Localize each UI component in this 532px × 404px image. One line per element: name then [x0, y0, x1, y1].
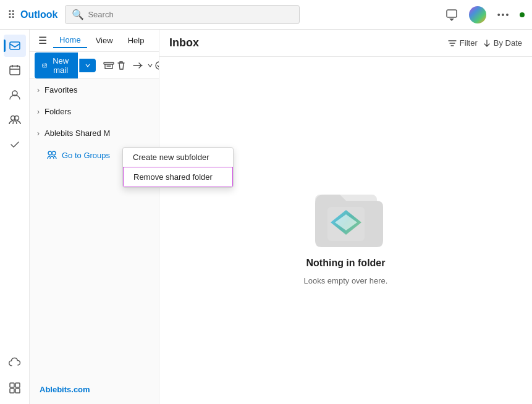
- menu-item-view[interactable]: View: [90, 33, 119, 48]
- copilot-logo: [469, 6, 486, 23]
- more-options-icon[interactable]: •••: [494, 5, 513, 25]
- chat-icon[interactable]: [442, 5, 462, 25]
- move-to-button[interactable]: [128, 56, 153, 75]
- new-mail-dropdown-button[interactable]: [79, 59, 96, 72]
- shared-chevron: ›: [37, 129, 40, 138]
- main-layout: ☰ Home View Help New mail: [0, 30, 532, 404]
- filter-button[interactable]: Filter: [447, 38, 478, 48]
- sidebar-item-people[interactable]: [4, 84, 26, 106]
- context-menu: Create new subfolder Remove shared folde…: [122, 147, 234, 188]
- title-bar-left: ⠿ Outlook: [7, 8, 57, 22]
- svg-rect-8: [10, 389, 14, 393]
- archive-button[interactable]: [103, 56, 114, 75]
- content-area: ☰ Home View Help New mail: [30, 30, 532, 404]
- new-mail-label: New mail: [51, 56, 70, 75]
- search-input[interactable]: [88, 10, 293, 19]
- svg-rect-2: [10, 66, 20, 75]
- groups-label: Go to Groups: [62, 151, 110, 160]
- nav-section-favorites: › Favorites: [30, 79, 159, 101]
- filter-label: Filter: [460, 38, 478, 48]
- svg-rect-11: [104, 62, 114, 64]
- shared-label: Ablebits Shared M: [44, 128, 110, 138]
- mail-view-header: Inbox Filter By Date: [159, 30, 532, 57]
- menu-bar: ☰ Home View Help: [30, 30, 159, 52]
- hamburger-icon[interactable]: ☰: [35, 32, 51, 49]
- mail-view: Inbox Filter By Date: [159, 30, 532, 404]
- nav-pane: ☰ Home View Help New mail: [30, 30, 159, 404]
- ellipsis-icon: •••: [497, 10, 510, 20]
- sidebar-item-todo[interactable]: [4, 133, 26, 156]
- menu-item-help[interactable]: Help: [122, 33, 151, 48]
- copilot-icon-btn[interactable]: [468, 5, 488, 25]
- nav-item-folders[interactable]: › Folders: [30, 103, 159, 120]
- nav-section-shared: › Ablebits Shared M: [30, 122, 159, 144]
- branding: Ablebits.com: [30, 375, 159, 404]
- app-title: Outlook: [20, 9, 57, 20]
- inbox-title: Inbox: [169, 36, 447, 49]
- rules-button[interactable]: [154, 56, 159, 75]
- empty-folder-icon: [309, 176, 383, 250]
- empty-state: Nothing in folder Looks empty over here.: [159, 57, 532, 404]
- title-bar-right: •••: [442, 5, 525, 25]
- svg-rect-6: [10, 383, 14, 387]
- svg-rect-9: [15, 389, 20, 393]
- nav-section-folders: › Folders: [30, 101, 159, 122]
- svg-point-18: [48, 151, 52, 155]
- svg-rect-0: [447, 10, 457, 17]
- svg-rect-7: [15, 383, 20, 387]
- new-mail-button[interactable]: New mail: [35, 53, 78, 78]
- sidebar-item-apps[interactable]: [4, 377, 26, 399]
- search-icon: 🔍: [72, 9, 84, 20]
- app-grid-icon[interactable]: ⠿: [7, 8, 15, 22]
- delete-button[interactable]: [116, 56, 127, 75]
- svg-rect-1: [10, 42, 20, 49]
- menu-item-home[interactable]: Home: [53, 33, 87, 48]
- sort-label: By Date: [494, 38, 522, 48]
- mail-view-controls: Filter By Date: [447, 38, 522, 48]
- sidebar-item-calendar[interactable]: [4, 59, 26, 82]
- icon-sidebar: [0, 30, 30, 404]
- folders-chevron: ›: [37, 107, 40, 116]
- move-icon: [128, 56, 148, 75]
- status-dot: [520, 12, 525, 17]
- toolbar: New mail: [30, 52, 159, 79]
- sidebar-item-mail[interactable]: [4, 35, 26, 57]
- context-menu-item-create-subfolder[interactable]: Create new subfolder: [123, 148, 233, 167]
- nav-item-favorites[interactable]: › Favorites: [30, 82, 159, 98]
- favorites-chevron: ›: [37, 86, 40, 95]
- title-bar: ⠿ Outlook 🔍 •••: [0, 0, 532, 30]
- sort-button[interactable]: By Date: [483, 38, 522, 48]
- empty-subtitle: Looks empty over here.: [304, 276, 388, 285]
- svg-point-19: [52, 151, 56, 155]
- context-menu-item-remove-shared[interactable]: Remove shared folder: [123, 167, 233, 187]
- sidebar-item-groups[interactable]: [4, 109, 26, 131]
- folders-label: Folders: [44, 107, 71, 116]
- empty-title: Nothing in folder: [306, 258, 386, 269]
- context-menu-overlay: Create new subfolder Remove shared folde…: [122, 147, 234, 188]
- search-bar[interactable]: 🔍: [65, 5, 300, 24]
- favorites-label: Favorites: [44, 85, 77, 95]
- sidebar-item-cloud[interactable]: [4, 352, 26, 374]
- nav-item-shared[interactable]: › Ablebits Shared M: [30, 125, 159, 141]
